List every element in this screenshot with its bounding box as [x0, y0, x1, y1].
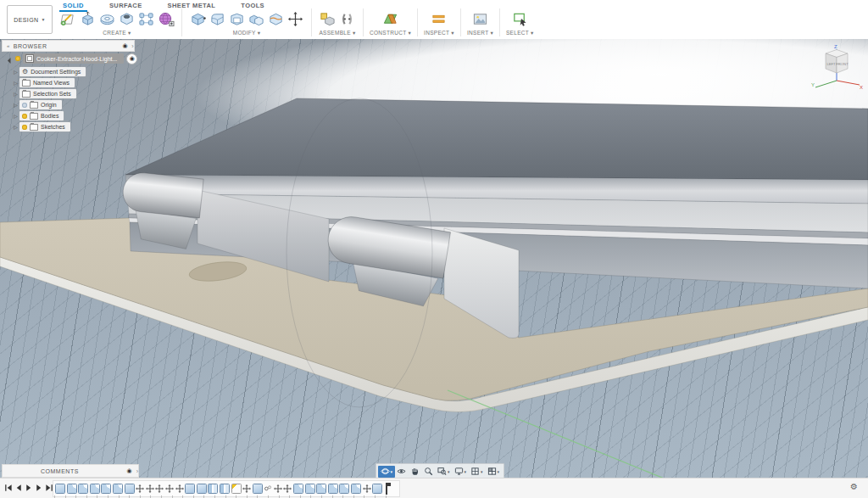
timeline-feature-fillet[interactable] — [328, 484, 338, 494]
expand-arrow-icon[interactable] — [8, 57, 14, 63]
visibility-bulb-icon[interactable] — [22, 103, 27, 108]
viewports-icon[interactable]: ▾ — [485, 466, 502, 478]
select-icon[interactable] — [510, 8, 530, 29]
timeline-track[interactable] — [53, 480, 400, 497]
collapse-panel-icon[interactable]: « — [7, 43, 10, 48]
timeline-settings-gear-icon[interactable]: ⚙ — [850, 483, 858, 491]
browser-item-sketches[interactable]: ▷Sketches — [2, 121, 146, 132]
viewcube-face-left[interactable]: LEFT — [826, 62, 836, 66]
timeline-playhead[interactable] — [386, 483, 387, 495]
viewport-canvas[interactable]: « BROWSER ◉ › Cooker-Extractor-Hood-Ligh… — [0, 39, 868, 478]
timeline-feature-move[interactable] — [165, 484, 174, 493]
comments-panel[interactable]: COMMENTS ◉ › — [2, 464, 139, 478]
zoom-icon[interactable] — [422, 466, 436, 478]
timeline-feature-fillet[interactable] — [293, 484, 303, 494]
combine-icon[interactable] — [247, 8, 266, 29]
timeline-feature-move[interactable] — [274, 484, 282, 493]
browser-item-document-settings[interactable]: ▷⚙Document Settings — [2, 66, 146, 77]
timeline-feature-extrude[interactable] — [197, 484, 207, 494]
visibility-bulb-icon[interactable] — [22, 114, 27, 119]
visibility-bulb-icon[interactable] — [15, 56, 20, 61]
create-form-icon[interactable] — [156, 8, 175, 29]
toolbar-menu-insert[interactable]: INSERT ▾ — [467, 30, 493, 36]
timeline-feature-fillet[interactable] — [90, 484, 100, 494]
browser-item-bodies[interactable]: ▷Bodies — [2, 110, 146, 121]
timeline-feature-joint[interactable] — [264, 484, 272, 493]
display-options-icon[interactable]: ◉ — [123, 42, 129, 49]
timeline-feature-move[interactable] — [242, 484, 251, 493]
joint-icon[interactable] — [337, 8, 357, 29]
hole-icon[interactable] — [117, 8, 136, 29]
display-settings-icon[interactable]: ▾ — [452, 466, 469, 478]
create-sketch-icon[interactable] — [58, 8, 78, 29]
orbit-icon[interactable]: ▾ — [378, 466, 395, 478]
insert-image-icon[interactable] — [470, 8, 490, 29]
timeline-feature-mirror[interactable] — [208, 484, 218, 494]
browser-item-named-views[interactable]: ▷Named Views — [2, 77, 146, 88]
split-body-icon[interactable] — [266, 8, 286, 29]
focus-target-icon[interactable]: ◉ — [126, 53, 137, 64]
revolve-icon[interactable] — [97, 8, 117, 29]
expand-arrow-icon[interactable]: ▷ — [12, 102, 19, 108]
timeline-feature-move[interactable] — [155, 484, 164, 493]
toolbar-menu-assemble[interactable]: ASSEMBLE ▾ — [319, 30, 355, 36]
press-pull-icon[interactable] — [188, 8, 208, 29]
timeline-feature-extrude[interactable] — [125, 484, 135, 494]
viewcube-face-front[interactable]: FRONT — [836, 62, 849, 66]
timeline-feature-fillet[interactable] — [78, 484, 88, 494]
step-forward-button[interactable] — [34, 483, 43, 493]
browser-item-origin[interactable]: ▷Origin — [2, 99, 146, 110]
timeline-feature-extrude[interactable] — [372, 484, 382, 494]
measure-icon[interactable] — [429, 8, 448, 29]
step-back-button[interactable] — [14, 483, 23, 493]
new-component-icon[interactable] — [318, 8, 337, 29]
fit-icon[interactable]: ▾ — [436, 466, 453, 478]
workspace-switcher[interactable]: DESIGN▼ — [7, 5, 53, 34]
timeline-feature-sketch[interactable] — [231, 484, 242, 494]
timeline-feature-fillet[interactable] — [101, 484, 111, 494]
toolbar-menu-modify[interactable]: MODIFY ▾ — [233, 30, 261, 36]
viewcube-cube[interactable]: LEFT FRONT — [826, 50, 849, 74]
skip-start-button[interactable] — [3, 483, 13, 493]
comments-options-icon[interactable]: ◉ — [127, 467, 132, 474]
expand-arrow-icon[interactable]: ▷ — [12, 91, 19, 97]
timeline-feature-mirror[interactable] — [220, 484, 230, 494]
timeline-feature-move[interactable] — [283, 484, 292, 493]
expand-arrow-icon[interactable]: ▷ — [12, 80, 19, 86]
timeline-feature-extrude[interactable] — [185, 484, 195, 494]
browser-item-document-root[interactable]: Cooker-Extractor-Hood-Light... ◉ — [2, 53, 146, 64]
timeline-feature-move[interactable] — [146, 484, 154, 493]
construct-plane-icon[interactable] — [381, 8, 400, 29]
expand-arrow-icon[interactable]: ▷ — [12, 124, 19, 130]
panel-handle-icon[interactable]: › — [136, 468, 138, 474]
toolbar-menu-create[interactable]: CREATE ▾ — [103, 30, 131, 36]
play-button[interactable] — [24, 483, 33, 493]
fillet-icon[interactable] — [208, 8, 227, 29]
timeline-feature-fillet[interactable] — [316, 484, 326, 494]
timeline-feature-fillet[interactable] — [113, 484, 123, 494]
timeline-feature-extrude[interactable] — [253, 484, 263, 494]
extrude-icon[interactable] — [78, 8, 97, 29]
timeline-feature-fillet[interactable] — [67, 484, 77, 494]
toolbar-menu-construct[interactable]: CONSTRUCT ▾ — [370, 30, 411, 36]
timeline-feature-fillet[interactable] — [305, 484, 315, 494]
timeline-feature-extrude[interactable] — [55, 484, 65, 494]
expand-arrow-icon[interactable]: ▷ — [12, 69, 19, 75]
look-at-icon[interactable] — [395, 466, 409, 478]
timeline-feature-move[interactable] — [136, 484, 144, 493]
timeline-feature-move[interactable] — [363, 484, 371, 493]
shell-icon[interactable] — [227, 8, 247, 29]
viewcube[interactable]: Z Y X LEFT FRONT — [810, 42, 865, 98]
grid-settings-icon[interactable]: ▾ — [469, 466, 486, 478]
expand-arrow-icon[interactable]: ▷ — [12, 113, 19, 119]
panel-handle-icon[interactable]: › — [131, 43, 134, 49]
rectangular-pattern-icon[interactable] — [136, 8, 156, 29]
pan-icon[interactable] — [409, 466, 422, 478]
browser-header[interactable]: « BROWSER ◉ › — [2, 40, 135, 52]
timeline-feature-move[interactable] — [175, 484, 184, 493]
timeline-feature-fillet[interactable] — [339, 484, 349, 494]
visibility-bulb-icon[interactable] — [22, 125, 27, 130]
timeline-feature-fillet[interactable] — [351, 484, 361, 494]
move-copy-icon[interactable] — [286, 8, 305, 29]
toolbar-menu-select[interactable]: SELECT ▾ — [506, 30, 534, 36]
